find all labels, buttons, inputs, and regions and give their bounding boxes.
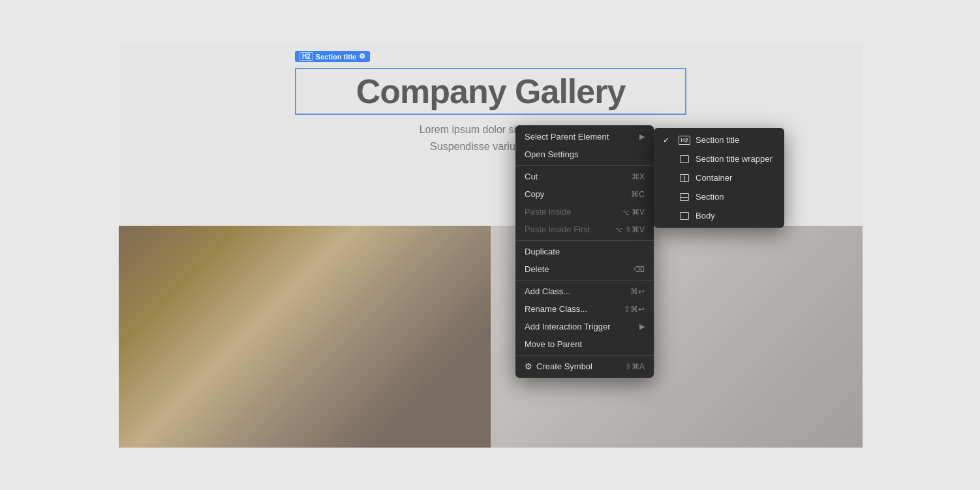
open-settings-label: Open Settings bbox=[525, 149, 578, 159]
create-symbol-label: Create Symbol bbox=[536, 361, 592, 371]
submenu-section-title-label: Section title bbox=[696, 135, 739, 145]
submenu-container-label: Container bbox=[696, 173, 732, 183]
delete-label: Delete bbox=[525, 264, 549, 274]
paste-inside-first-shortcut: ⌥ ⇧⌘V bbox=[615, 225, 645, 234]
submenu-item-section[interactable]: Section bbox=[654, 187, 784, 206]
submenu-section-label: Section bbox=[696, 192, 724, 202]
delete-shortcut: ⌫ bbox=[634, 265, 645, 274]
menu-item-add-class[interactable]: Add Class... ⌘↩ bbox=[515, 283, 654, 300]
selected-element-label: Section title bbox=[316, 53, 356, 61]
separator-1 bbox=[515, 165, 654, 166]
select-parent-label: Select Parent Element bbox=[525, 132, 609, 142]
submenu-item-section-title-wrapper[interactable]: Section title wrapper bbox=[654, 149, 784, 168]
menu-item-rename-class[interactable]: Rename Class... ⇧⌘↩ bbox=[515, 300, 654, 318]
menu-item-select-parent[interactable]: Select Parent Element ▶ ✓ H2 Section tit… bbox=[515, 128, 654, 145]
box-element-icon bbox=[679, 155, 690, 164]
check-icon: ✓ bbox=[663, 136, 673, 145]
separator-3 bbox=[515, 280, 654, 281]
submenu-section-title-wrapper-label: Section title wrapper bbox=[696, 154, 773, 164]
menu-item-move-to-parent[interactable]: Move to Parent bbox=[515, 335, 654, 353]
submenu-body-label: Body bbox=[696, 211, 715, 221]
gear-icon[interactable]: ⚙ bbox=[359, 52, 365, 61]
interaction-arrow-icon: ▶ bbox=[639, 322, 645, 331]
add-interaction-label: Add Interaction Trigger bbox=[525, 322, 611, 331]
menu-item-paste-inside-first: Paste Inside First ⌥ ⇧⌘V bbox=[515, 221, 654, 238]
cut-label: Cut bbox=[525, 172, 538, 181]
rename-class-shortcut: ⇧⌘↩ bbox=[624, 305, 645, 314]
menu-item-open-settings[interactable]: Open Settings bbox=[515, 145, 654, 163]
menu-item-create-symbol[interactable]: ⚙ Create Symbol ⇧⌘A bbox=[515, 358, 654, 375]
canvas-overlay bbox=[119, 42, 863, 448]
body-element-icon bbox=[679, 211, 690, 221]
create-symbol-shortcut: ⇧⌘A bbox=[625, 362, 645, 371]
element-selection-badge: H2 Section title ⚙ bbox=[295, 51, 370, 62]
menu-item-duplicate[interactable]: Duplicate bbox=[515, 243, 654, 260]
copy-label: Copy bbox=[525, 189, 544, 199]
context-menu: Select Parent Element ▶ ✓ H2 Section tit… bbox=[515, 125, 654, 378]
submenu-item-section-title[interactable]: ✓ H2 Section title bbox=[654, 130, 784, 149]
duplicate-label: Duplicate bbox=[525, 247, 560, 256]
submenu-arrow-icon: ▶ bbox=[639, 132, 645, 141]
paste-inside-shortcut: ⌥ ⌘V bbox=[622, 207, 645, 217]
add-class-label: Add Class... bbox=[525, 286, 570, 296]
copy-shortcut: ⌘C bbox=[631, 190, 645, 199]
menu-item-delete[interactable]: Delete ⌫ bbox=[515, 260, 654, 278]
canvas-area: H2 Section title ⚙ Company Gallery Lorem… bbox=[119, 42, 863, 448]
columns-element-icon bbox=[679, 174, 690, 183]
menu-item-paste-inside: Paste Inside ⌥ ⌘V bbox=[515, 203, 654, 221]
menu-item-copy[interactable]: Copy ⌘C bbox=[515, 185, 654, 203]
h2-badge: H2 bbox=[299, 52, 313, 61]
submenu-item-container[interactable]: Container bbox=[654, 168, 784, 187]
menu-item-add-interaction[interactable]: Add Interaction Trigger ▶ bbox=[515, 318, 654, 335]
add-class-shortcut: ⌘↩ bbox=[630, 287, 645, 296]
rename-class-label: Rename Class... bbox=[525, 304, 587, 314]
separator-4 bbox=[515, 355, 654, 356]
move-to-parent-label: Move to Parent bbox=[525, 339, 582, 349]
cut-shortcut: ⌘X bbox=[632, 172, 645, 181]
parent-element-submenu: ✓ H2 Section title Section title wrapper bbox=[654, 128, 784, 228]
submenu-item-body[interactable]: Body bbox=[654, 206, 784, 225]
rows-element-icon bbox=[679, 192, 690, 202]
symbol-icon: ⚙ bbox=[525, 361, 532, 371]
paste-inside-label: Paste Inside bbox=[525, 207, 572, 217]
paste-inside-first-label: Paste Inside First bbox=[525, 224, 590, 234]
h2-element-icon: H2 bbox=[679, 136, 690, 145]
separator-2 bbox=[515, 240, 654, 241]
menu-item-cut[interactable]: Cut ⌘X bbox=[515, 168, 654, 185]
